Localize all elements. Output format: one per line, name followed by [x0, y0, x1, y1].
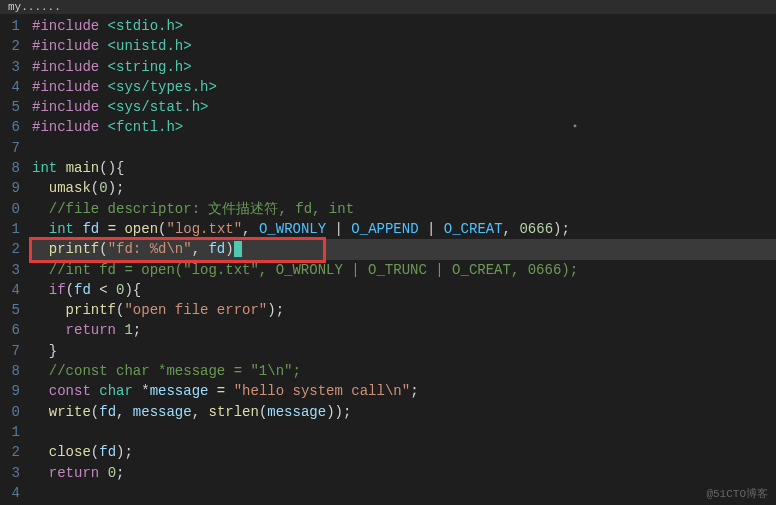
code-line[interactable]: int fd = open("log.txt", O_WRONLY | O_AP…: [32, 219, 776, 239]
line-number: 2: [4, 239, 20, 259]
tab-label[interactable]: my......: [8, 1, 61, 13]
line-number: 1: [4, 16, 20, 36]
line-number: 5: [4, 97, 20, 117]
line-number: 9: [4, 381, 20, 401]
code-line[interactable]: #include <stdio.h>: [32, 16, 776, 36]
line-number: 1: [4, 422, 20, 442]
line-number: 4: [4, 77, 20, 97]
watermark: @51CTO博客: [706, 486, 768, 501]
line-number: 7: [4, 138, 20, 158]
code-line[interactable]: //const char *message = "1\n";: [32, 361, 776, 381]
code-line[interactable]: return 1;: [32, 320, 776, 340]
cursor: [234, 241, 242, 257]
code-line[interactable]: [32, 422, 776, 442]
line-number: 8: [4, 158, 20, 178]
tab-bar: my......: [0, 0, 776, 14]
code-line[interactable]: return 0;: [32, 463, 776, 483]
line-number-gutter: 1 2 3 4 5 6 7 8 9 0 1 2 3 4 5 6 7 8 9 0 …: [0, 14, 28, 505]
code-line-current[interactable]: printf("fd: %d\n", fd): [32, 239, 776, 259]
code-line[interactable]: //int fd = open("log.txt", O_WRONLY | O_…: [32, 260, 776, 280]
code-line[interactable]: int main(){: [32, 158, 776, 178]
code-line[interactable]: const char *message = "hello system call…: [32, 381, 776, 401]
line-number: 5: [4, 300, 20, 320]
line-number: 2: [4, 36, 20, 56]
line-number: 4: [4, 280, 20, 300]
code-line[interactable]: umask(0);: [32, 178, 776, 198]
bookmark-icon: ▪: [572, 117, 578, 137]
line-number: 3: [4, 463, 20, 483]
line-number: 6: [4, 320, 20, 340]
code-line[interactable]: write(fd, message, strlen(message));: [32, 402, 776, 422]
line-number: 4: [4, 483, 20, 503]
line-number: 1: [4, 219, 20, 239]
line-number: 2: [4, 442, 20, 462]
code-line[interactable]: #include <string.h>: [32, 57, 776, 77]
code-line[interactable]: printf("open file error");: [32, 300, 776, 320]
line-number: 3: [4, 57, 20, 77]
code-line[interactable]: #include <sys/types.h>: [32, 77, 776, 97]
code-line[interactable]: #include <unistd.h>: [32, 36, 776, 56]
line-number: 9: [4, 178, 20, 198]
code-line[interactable]: }: [32, 341, 776, 361]
code-line[interactable]: //file descriptor: 文件描述符, fd, int: [32, 199, 776, 219]
line-number: 8: [4, 361, 20, 381]
line-number: 7: [4, 341, 20, 361]
code-area[interactable]: #include <stdio.h> #include <unistd.h> #…: [28, 14, 776, 505]
line-number: 6: [4, 117, 20, 137]
code-line[interactable]: #include <fcntl.h>▪: [32, 117, 776, 137]
line-number: 3: [4, 260, 20, 280]
code-line[interactable]: #include <sys/stat.h>: [32, 97, 776, 117]
code-line[interactable]: if(fd < 0){: [32, 280, 776, 300]
code-editor[interactable]: 1 2 3 4 5 6 7 8 9 0 1 2 3 4 5 6 7 8 9 0 …: [0, 14, 776, 505]
line-number: 0: [4, 199, 20, 219]
line-number: 0: [4, 402, 20, 422]
code-line[interactable]: [32, 138, 776, 158]
code-line[interactable]: close(fd);: [32, 442, 776, 462]
